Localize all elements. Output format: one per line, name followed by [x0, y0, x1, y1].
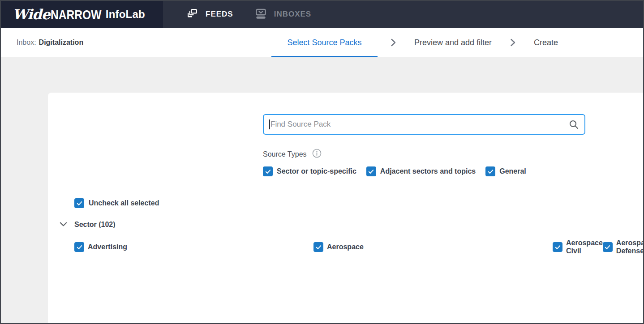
breadcrumb: Inbox: Digitalization	[17, 28, 83, 57]
sector-section-toggle[interactable]: Sector (102)	[60, 221, 116, 229]
sector-checkbox-grid: Advertising Aerospace Aerospace Civil Ae…	[74, 242, 644, 252]
option-general[interactable]: General	[485, 166, 526, 176]
sub-header: Inbox: Digitalization Select Source Pack…	[1, 28, 643, 57]
checkbox-checked[interactable]	[553, 242, 562, 252]
checkbox-checked[interactable]	[74, 198, 84, 208]
source-types-label: Source Types	[263, 150, 307, 158]
step-preview-and-add-filter[interactable]: Preview and add filter	[409, 28, 497, 57]
checkbox-checked[interactable]	[485, 166, 495, 176]
sector-item[interactable]: Aerospace Civil	[553, 242, 603, 252]
app-bar: WideNARROW InfoLab FEEDS	[1, 1, 643, 28]
checkbox-checked[interactable]	[263, 166, 273, 176]
top-navigation: FEEDS INBOXES	[163, 1, 322, 28]
checkbox-checked[interactable]	[603, 242, 613, 252]
step-select-source-packs[interactable]: Select Source Packs	[271, 28, 378, 57]
nav-item-feeds[interactable]: FEEDS	[176, 1, 244, 28]
search-icon[interactable]	[568, 119, 579, 132]
option-adjacent-sectors-and-topics[interactable]: Adjacent sectors and topics	[366, 166, 476, 176]
checkbox-checked[interactable]	[74, 242, 84, 252]
text-caret	[269, 119, 270, 129]
nav-item-inboxes[interactable]: INBOXES	[244, 1, 322, 28]
source-type-options: Sector or topic-specific Adjacent sector…	[263, 166, 536, 176]
chevron-right-icon	[390, 38, 396, 47]
sector-item[interactable]: Advertising	[74, 242, 313, 252]
brand-area[interactable]: WideNARROW InfoLab	[1, 1, 163, 28]
app-window: WideNARROW InfoLab FEEDS	[0, 0, 644, 324]
step-create[interactable]: Create	[528, 28, 563, 57]
nav-label-feeds: FEEDS	[206, 10, 233, 19]
search-field-wrap	[263, 114, 585, 135]
search-input[interactable]	[263, 114, 585, 135]
sector-section-title: Sector (102)	[74, 221, 116, 229]
inboxes-icon	[255, 8, 267, 21]
uncheck-all-selected[interactable]: Uncheck all selected	[74, 198, 159, 208]
breadcrumb-inbox-name: Digitalization	[39, 38, 84, 47]
source-pack-card: Source Types Sector or topic-specific	[48, 93, 643, 324]
wizard-stepper: Select Source Packs Preview and add filt…	[271, 28, 563, 57]
source-types-header: Source Types	[263, 149, 322, 160]
checkbox-checked[interactable]	[366, 166, 376, 176]
feeds-icon	[186, 8, 198, 21]
wide-narrow-logo: WideNARROW	[13, 6, 113, 22]
breadcrumb-prefix: Inbox:	[17, 38, 36, 47]
chevron-right-icon	[510, 38, 516, 47]
content-area: Source Types Sector or topic-specific	[1, 57, 643, 324]
product-name: InfoLab	[106, 8, 145, 21]
nav-label-inboxes: INBOXES	[274, 10, 312, 19]
option-sector-or-topic-specific[interactable]: Sector or topic-specific	[263, 166, 356, 176]
chevron-down-icon[interactable]	[60, 221, 67, 229]
sector-item[interactable]: Aerospace	[313, 242, 553, 252]
sector-item[interactable]: Aerospace Defense	[603, 242, 644, 252]
info-icon[interactable]	[312, 149, 322, 160]
checkbox-checked[interactable]	[313, 242, 323, 252]
